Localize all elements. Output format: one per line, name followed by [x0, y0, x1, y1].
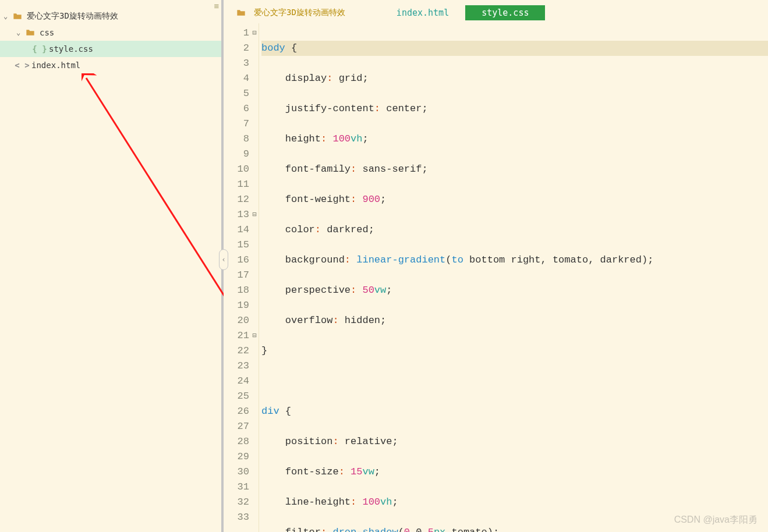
fold-icon: ⊟	[250, 328, 259, 343]
tab-bar: 爱心文字3D旋转动画特效 index.html style.css	[224, 0, 768, 23]
tree-file-index-label: index.html	[31, 61, 80, 70]
folder-icon	[24, 29, 36, 36]
code-area[interactable]: 123 456 789 101112 131415 161718 192021 …	[224, 23, 768, 532]
tab-style-css[interactable]: style.css	[465, 5, 545, 20]
tree-root-label: 爱心文字3D旋转动画特效	[27, 11, 118, 22]
folder-icon	[235, 9, 247, 16]
annotation-arrow	[82, 73, 233, 306]
css-file-icon: { }	[34, 44, 45, 54]
tree-folder-css[interactable]: ⌄ css	[0, 24, 221, 41]
tree-file-style-label: style.css	[49, 44, 93, 54]
breadcrumb[interactable]: 爱心文字3D旋转动画特效	[235, 8, 345, 18]
folder-icon	[12, 13, 23, 20]
fold-icon: ⊟	[250, 207, 259, 222]
tree-file-index-html[interactable]: < > index.html	[0, 57, 221, 73]
breadcrumb-label: 爱心文字3D旋转动画特效	[254, 8, 345, 18]
svg-line-0	[86, 78, 227, 300]
fold-icon: ⊟	[250, 26, 259, 41]
html-file-icon: < >	[16, 61, 28, 70]
chevron-down-icon: ⌄	[16, 29, 24, 37]
fold-gutter[interactable]: ⊟ ⊟ ⊟	[250, 23, 259, 532]
sidebar-collapse-handle[interactable]: ‹	[219, 249, 228, 270]
tab-index-html[interactable]: index.html	[380, 5, 465, 20]
tree-file-style-css[interactable]: { } style.css	[0, 41, 221, 57]
code-content[interactable]: body { display: grid; justify-content: c…	[259, 23, 768, 532]
tree-root-folder[interactable]: ⌄ 爱心文字3D旋转动画特效	[0, 8, 221, 24]
chevron-down-icon: ⌄	[3, 12, 12, 20]
sidebar-drag-handle[interactable]: ≡	[214, 1, 218, 10]
editor-pane: 爱心文字3D旋转动画特效 index.html style.css 123 45…	[224, 0, 768, 532]
line-number-gutter: 123 456 789 101112 131415 161718 192021 …	[224, 23, 250, 532]
file-tree-sidebar: ≡ ⌄ 爱心文字3D旋转动画特效 ⌄ css { } style.css < >…	[0, 0, 224, 532]
tree-folder-css-label: css	[40, 28, 54, 37]
